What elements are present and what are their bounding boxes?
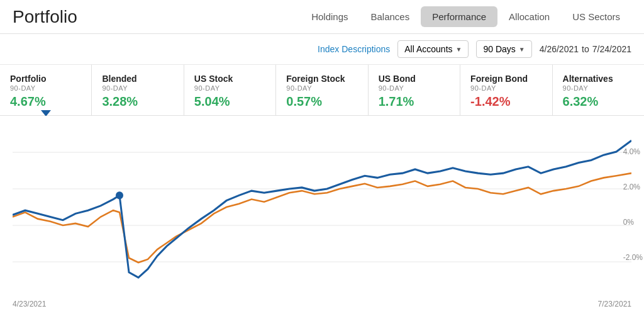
date-to: 7/24/2021 (592, 44, 631, 54)
header: Portfolio Holdings Balances Performance … (0, 0, 644, 34)
accounts-dropdown[interactable]: All Accounts ▼ (397, 40, 469, 58)
x-label-start: 4/23/2021 (13, 300, 46, 308)
metric-blended-name: Blended (102, 74, 173, 84)
toolbar: Index Descriptions All Accounts ▼ 90 Day… (0, 34, 644, 65)
period-label: 90 Days (483, 44, 515, 54)
metric-us-bond-name: US Bond (379, 74, 450, 84)
portfolio-marker (116, 191, 123, 199)
accounts-dropdown-arrow: ▼ (456, 46, 462, 53)
metric-portfolio-value: 4.67% (10, 94, 81, 109)
y-label-neg2: -2.0% (623, 253, 643, 262)
metric-us-bond-value: 1.71% (379, 94, 450, 109)
metric-portfolio[interactable]: Portfolio 90-DAY 4.67% (0, 65, 92, 115)
metric-us-bond-period: 90-DAY (379, 84, 450, 92)
metrics-row: Portfolio 90-DAY 4.67% Blended 90-DAY 3.… (0, 65, 644, 116)
metric-foreign-stock-value: 0.57% (286, 94, 357, 109)
nav-performance[interactable]: Performance (421, 6, 497, 27)
metric-foreign-bond[interactable]: Foreign Bond 90-DAY -1.42% (460, 65, 552, 115)
metric-blended-period: 90-DAY (102, 84, 173, 92)
nav-holdings[interactable]: Holdings (300, 6, 359, 27)
nav-us-sectors[interactable]: US Sectors (561, 6, 631, 27)
x-label-end: 7/23/2021 (598, 300, 631, 308)
metric-blended-value: 3.28% (102, 94, 173, 109)
metric-foreign-stock-name: Foreign Stock (286, 74, 357, 84)
chart-container: 4.0% 2.0% 0% -2.0% 4/23/2021 7/23/2021 (0, 116, 644, 327)
y-label-0: 0% (623, 218, 643, 227)
metric-foreign-bond-value: -1.42% (470, 94, 541, 109)
metric-us-bond[interactable]: US Bond 90-DAY 1.71% (369, 65, 460, 115)
performance-chart (13, 116, 631, 298)
metric-blended[interactable]: Blended 90-DAY 3.28% (92, 65, 184, 115)
app-logo: Portfolio (13, 7, 77, 27)
date-separator: to (582, 44, 589, 54)
metric-alternatives-name: Alternatives (563, 74, 634, 84)
x-axis-labels: 4/23/2021 7/23/2021 (13, 298, 631, 308)
y-axis-labels: 4.0% 2.0% 0% -2.0% (623, 116, 643, 292)
metric-portfolio-name: Portfolio (10, 74, 81, 84)
metric-foreign-bond-name: Foreign Bond (470, 74, 541, 84)
metric-us-stock-value: 5.04% (194, 94, 265, 109)
period-dropdown[interactable]: 90 Days ▼ (476, 40, 531, 58)
metric-alternatives-period: 90-DAY (563, 84, 634, 92)
metric-portfolio-period: 90-DAY (10, 84, 81, 92)
metric-us-stock-period: 90-DAY (194, 84, 265, 92)
metric-foreign-stock[interactable]: Foreign Stock 90-DAY 0.57% (276, 65, 368, 115)
accounts-label: All Accounts (404, 44, 452, 54)
y-label-4: 4.0% (623, 147, 643, 156)
metric-alternatives[interactable]: Alternatives 90-DAY 6.32% (553, 65, 644, 115)
main-nav: Holdings Balances Performance Allocation… (300, 6, 631, 27)
nav-balances[interactable]: Balances (360, 6, 421, 27)
period-dropdown-arrow: ▼ (519, 46, 525, 53)
metric-foreign-bond-period: 90-DAY (470, 84, 541, 92)
date-range: 4/26/2021 to 7/24/2021 (540, 44, 631, 54)
nav-allocation[interactable]: Allocation (497, 6, 561, 27)
metric-foreign-stock-period: 90-DAY (286, 84, 357, 92)
date-from: 4/26/2021 (540, 44, 579, 54)
y-label-2: 2.0% (623, 183, 643, 191)
index-descriptions-link[interactable]: Index Descriptions (318, 44, 390, 54)
metric-alternatives-value: 6.32% (563, 94, 634, 109)
metric-us-stock[interactable]: US Stock 90-DAY 5.04% (184, 65, 276, 115)
metric-us-stock-name: US Stock (194, 74, 265, 84)
